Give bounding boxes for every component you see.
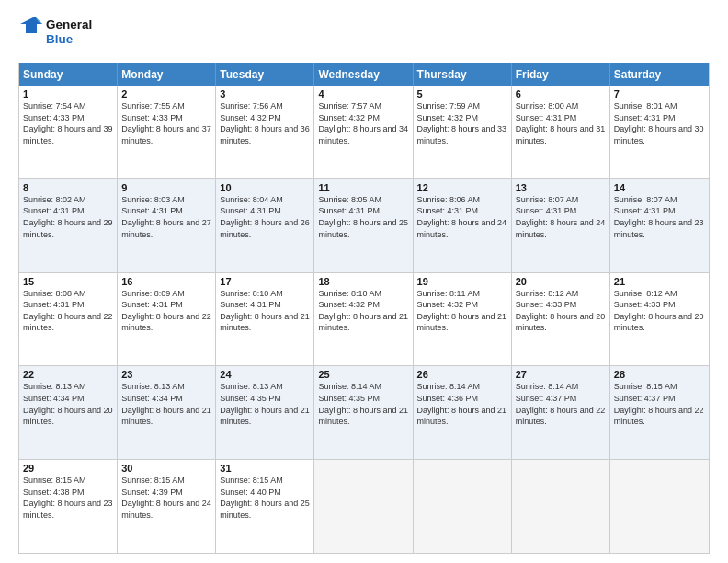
page: General Blue Sunday Monday Tuesday Wedne…: [0, 0, 728, 563]
day-cell: 27 Sunrise: 8:14 AM Sunset: 4:37 PM Dayl…: [512, 366, 610, 459]
calendar-row: 15 Sunrise: 8:08 AM Sunset: 4:31 PM Dayl…: [19, 272, 709, 366]
calendar: Sunday Monday Tuesday Wednesday Thursday…: [18, 63, 710, 554]
day-number: 23: [121, 369, 211, 380]
calendar-header: Sunday Monday Tuesday Wednesday Thursday…: [19, 63, 709, 86]
day-cell: 13 Sunrise: 8:07 AM Sunset: 4:31 PM Dayl…: [512, 179, 610, 272]
day-info: Sunrise: 8:07 AM Sunset: 4:31 PM Dayligh…: [516, 194, 606, 240]
day-cell: 30 Sunrise: 8:15 AM Sunset: 4:39 PM Dayl…: [118, 460, 216, 553]
day-info: Sunrise: 8:05 AM Sunset: 4:31 PM Dayligh…: [318, 194, 408, 240]
svg-text:Blue: Blue: [46, 32, 74, 46]
day-number: 11: [318, 182, 408, 193]
empty-cell: [610, 460, 709, 553]
day-cell: 17 Sunrise: 8:10 AM Sunset: 4:31 PM Dayl…: [216, 273, 314, 366]
day-number: 25: [318, 369, 408, 380]
day-number: 28: [614, 369, 705, 380]
day-number: 8: [23, 182, 113, 193]
day-info: Sunrise: 7:54 AM Sunset: 4:33 PM Dayligh…: [23, 100, 113, 146]
logo-text-block: General Blue: [18, 15, 106, 53]
header-thursday: Thursday: [414, 63, 512, 86]
logo-svg: General Blue: [18, 15, 106, 53]
day-cell: 1 Sunrise: 7:54 AM Sunset: 4:33 PM Dayli…: [19, 86, 118, 178]
day-number: 18: [318, 276, 408, 287]
day-info: Sunrise: 8:15 AM Sunset: 4:37 PM Dayligh…: [614, 381, 705, 427]
day-cell: 6 Sunrise: 8:00 AM Sunset: 4:31 PM Dayli…: [512, 86, 610, 178]
day-info: Sunrise: 8:11 AM Sunset: 4:32 PM Dayligh…: [417, 288, 507, 334]
day-cell: 22 Sunrise: 8:13 AM Sunset: 4:34 PM Dayl…: [19, 366, 118, 459]
day-number: 24: [220, 369, 310, 380]
header-sunday: Sunday: [19, 63, 118, 86]
day-cell: 15 Sunrise: 8:08 AM Sunset: 4:31 PM Dayl…: [19, 273, 118, 366]
day-number: 31: [220, 463, 310, 474]
header-monday: Monday: [118, 63, 216, 86]
header-saturday: Saturday: [610, 63, 709, 86]
day-info: Sunrise: 7:56 AM Sunset: 4:32 PM Dayligh…: [220, 100, 310, 146]
day-number: 12: [417, 182, 507, 193]
day-cell: 23 Sunrise: 8:13 AM Sunset: 4:34 PM Dayl…: [118, 366, 216, 459]
day-cell: 16 Sunrise: 8:09 AM Sunset: 4:31 PM Dayl…: [118, 273, 216, 366]
empty-cell: [414, 460, 512, 553]
day-info: Sunrise: 7:59 AM Sunset: 4:32 PM Dayligh…: [417, 100, 507, 146]
day-number: 2: [121, 88, 211, 99]
empty-cell: [314, 460, 413, 553]
day-cell: 18 Sunrise: 8:10 AM Sunset: 4:32 PM Dayl…: [314, 273, 413, 366]
day-number: 10: [220, 182, 310, 193]
day-cell: 12 Sunrise: 8:06 AM Sunset: 4:31 PM Dayl…: [414, 179, 512, 272]
day-number: 19: [417, 276, 507, 287]
day-number: 20: [516, 276, 606, 287]
day-info: Sunrise: 8:15 AM Sunset: 4:38 PM Dayligh…: [23, 475, 113, 521]
day-info: Sunrise: 8:09 AM Sunset: 4:31 PM Dayligh…: [121, 288, 211, 334]
calendar-row: 8 Sunrise: 8:02 AM Sunset: 4:31 PM Dayli…: [19, 178, 709, 272]
day-cell: 25 Sunrise: 8:14 AM Sunset: 4:35 PM Dayl…: [314, 366, 413, 459]
day-number: 29: [23, 463, 113, 474]
day-cell: 2 Sunrise: 7:55 AM Sunset: 4:33 PM Dayli…: [118, 86, 216, 178]
day-info: Sunrise: 8:14 AM Sunset: 4:36 PM Dayligh…: [417, 381, 507, 427]
day-info: Sunrise: 7:57 AM Sunset: 4:32 PM Dayligh…: [318, 100, 408, 146]
day-cell: 31 Sunrise: 8:15 AM Sunset: 4:40 PM Dayl…: [216, 460, 314, 553]
day-info: Sunrise: 8:13 AM Sunset: 4:35 PM Dayligh…: [220, 381, 310, 427]
svg-marker-0: [20, 17, 42, 33]
day-cell: 8 Sunrise: 8:02 AM Sunset: 4:31 PM Dayli…: [19, 179, 118, 272]
day-number: 14: [614, 182, 705, 193]
day-cell: 9 Sunrise: 8:03 AM Sunset: 4:31 PM Dayli…: [118, 179, 216, 272]
calendar-row: 22 Sunrise: 8:13 AM Sunset: 4:34 PM Dayl…: [19, 365, 709, 459]
day-number: 4: [318, 88, 408, 99]
day-number: 21: [614, 276, 705, 287]
day-cell: 26 Sunrise: 8:14 AM Sunset: 4:36 PM Dayl…: [414, 366, 512, 459]
day-number: 26: [417, 369, 507, 380]
day-cell: 10 Sunrise: 8:04 AM Sunset: 4:31 PM Dayl…: [216, 179, 314, 272]
day-number: 15: [23, 276, 113, 287]
day-number: 22: [23, 369, 113, 380]
header-tuesday: Tuesday: [216, 63, 314, 86]
day-number: 3: [220, 88, 310, 99]
day-info: Sunrise: 8:04 AM Sunset: 4:31 PM Dayligh…: [220, 194, 310, 240]
day-number: 7: [614, 88, 705, 99]
day-cell: 3 Sunrise: 7:56 AM Sunset: 4:32 PM Dayli…: [216, 86, 314, 178]
day-cell: 4 Sunrise: 7:57 AM Sunset: 4:32 PM Dayli…: [314, 86, 413, 178]
day-cell: 20 Sunrise: 8:12 AM Sunset: 4:33 PM Dayl…: [512, 273, 610, 366]
header: General Blue: [18, 15, 710, 53]
day-info: Sunrise: 8:12 AM Sunset: 4:33 PM Dayligh…: [516, 288, 606, 334]
day-info: Sunrise: 8:02 AM Sunset: 4:31 PM Dayligh…: [23, 194, 113, 240]
day-info: Sunrise: 8:00 AM Sunset: 4:31 PM Dayligh…: [516, 100, 606, 146]
day-number: 9: [121, 182, 211, 193]
day-cell: 28 Sunrise: 8:15 AM Sunset: 4:37 PM Dayl…: [610, 366, 709, 459]
day-info: Sunrise: 7:55 AM Sunset: 4:33 PM Dayligh…: [121, 100, 211, 146]
day-info: Sunrise: 8:10 AM Sunset: 4:31 PM Dayligh…: [220, 288, 310, 334]
day-cell: 11 Sunrise: 8:05 AM Sunset: 4:31 PM Dayl…: [314, 179, 413, 272]
day-cell: 29 Sunrise: 8:15 AM Sunset: 4:38 PM Dayl…: [19, 460, 118, 553]
header-friday: Friday: [512, 63, 610, 86]
calendar-body: 1 Sunrise: 7:54 AM Sunset: 4:33 PM Dayli…: [19, 86, 709, 553]
day-info: Sunrise: 8:03 AM Sunset: 4:31 PM Dayligh…: [121, 194, 211, 240]
empty-cell: [512, 460, 610, 553]
day-info: Sunrise: 8:15 AM Sunset: 4:39 PM Dayligh…: [121, 475, 211, 521]
day-cell: 24 Sunrise: 8:13 AM Sunset: 4:35 PM Dayl…: [216, 366, 314, 459]
svg-text:General: General: [46, 17, 92, 31]
day-info: Sunrise: 8:12 AM Sunset: 4:33 PM Dayligh…: [614, 288, 705, 334]
day-cell: 7 Sunrise: 8:01 AM Sunset: 4:31 PM Dayli…: [610, 86, 709, 178]
day-cell: 14 Sunrise: 8:07 AM Sunset: 4:31 PM Dayl…: [610, 179, 709, 272]
header-wednesday: Wednesday: [314, 63, 413, 86]
day-info: Sunrise: 8:13 AM Sunset: 4:34 PM Dayligh…: [121, 381, 211, 427]
day-info: Sunrise: 8:14 AM Sunset: 4:37 PM Dayligh…: [516, 381, 606, 427]
day-number: 6: [516, 88, 606, 99]
day-info: Sunrise: 8:14 AM Sunset: 4:35 PM Dayligh…: [318, 381, 408, 427]
